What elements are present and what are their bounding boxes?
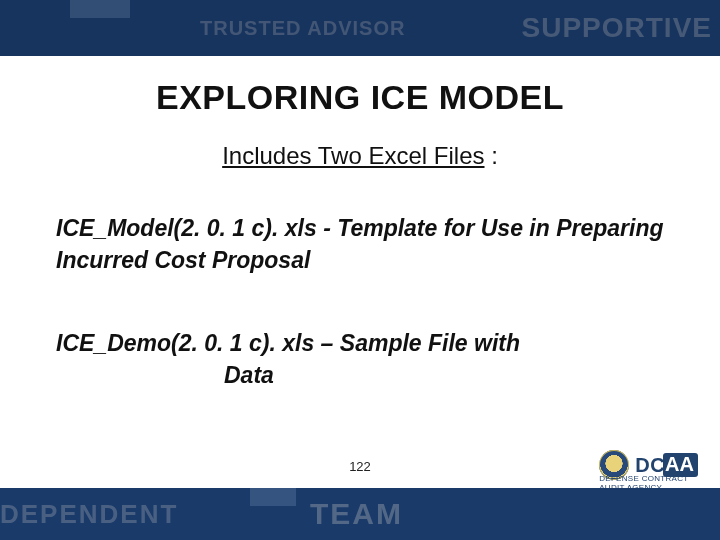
slide: TRUSTED ADVISOR SUPPORTIVE EXPLORING ICE… [0, 0, 720, 540]
slide-subtitle: Includes Two Excel Files : [0, 142, 720, 170]
bottom-band-text-1: INDEPENDENT [0, 499, 178, 530]
bottom-band: INDEPENDENT TEAM [0, 488, 720, 540]
body-paragraph-2: ICE_Demo(2. 0. 1 c). xls – Sample File w… [56, 328, 676, 391]
body-paragraph-2-line2: Data [56, 360, 676, 392]
top-band-text-2: SUPPORTIVE [522, 12, 712, 44]
dcaa-logo: DCAA DEFENSE CONTRACT AUDIT AGENCY [599, 450, 698, 480]
body-paragraph-1: ICE_Model(2. 0. 1 c). xls - Template for… [56, 213, 676, 276]
top-accent-bar [70, 0, 130, 18]
bottom-band-text-2: TEAM [310, 497, 403, 531]
top-band-text-1: TRUSTED ADVISOR [200, 17, 405, 40]
slide-title: EXPLORING ICE MODEL [0, 78, 720, 117]
subtitle-underlined: Includes Two Excel Files [222, 142, 484, 169]
body-paragraph-2-line1: ICE_Demo(2. 0. 1 c). xls – Sample File w… [56, 330, 520, 356]
top-band: TRUSTED ADVISOR SUPPORTIVE [0, 0, 720, 56]
subtitle-trailer: : [485, 142, 498, 169]
bottom-accent-bar [250, 488, 296, 506]
